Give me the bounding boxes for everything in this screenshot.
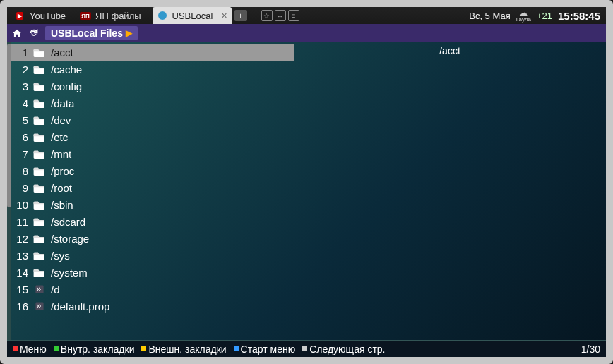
file-name: /d <box>51 284 294 296</box>
task-item-usblocal[interactable]: USBLocal × <box>153 7 232 24</box>
task-label: ЯП файлы <box>95 11 141 21</box>
row-number: 1 <box>11 47 32 59</box>
taskbar: ▶ YouTube ЯП ЯП файлы USBLocal × + ☆ ↔ ≡… <box>7 7 606 24</box>
row-number: 6 <box>11 131 32 143</box>
folder-icon <box>32 148 47 159</box>
legend-label: Меню <box>20 344 47 355</box>
row-number: 16 <box>11 301 32 313</box>
file-row[interactable]: 12/storage <box>11 230 294 247</box>
legend-label: Внутр. закладки <box>61 344 135 355</box>
file-name: /cache <box>51 63 294 75</box>
row-number: 2 <box>11 63 32 75</box>
date-label: Вс, 5 Мая <box>469 11 510 21</box>
svg-rect-1 <box>35 302 43 310</box>
file-name: /mnt <box>51 148 294 160</box>
folder-icon <box>32 80 47 92</box>
file-name: /default.prop <box>51 301 294 313</box>
file-row[interactable]: 11/sdcard <box>11 213 294 230</box>
task-item-yp[interactable]: ЯП ЯП файлы <box>73 7 148 24</box>
row-number: 5 <box>11 114 32 126</box>
file-row[interactable]: 16/default.prop <box>11 298 294 315</box>
list-icon[interactable]: ≡ <box>288 10 299 21</box>
weather-temp: +21 <box>537 11 552 21</box>
status-right: Вс, 5 Мая ☁ Гаула +21 15:58:45 <box>469 8 606 23</box>
chevron-right-icon: ▶ <box>126 28 132 38</box>
legend-dot <box>141 346 146 351</box>
refresh-icon[interactable] <box>28 28 40 39</box>
new-tab-button[interactable]: + <box>234 10 247 21</box>
file-row[interactable]: 8/proc <box>11 162 294 179</box>
usb-icon <box>157 10 168 21</box>
file-row[interactable]: 5/dev <box>11 111 294 128</box>
folder-icon <box>32 131 47 142</box>
breadcrumb[interactable]: USBLocal Files ▶ <box>45 26 138 40</box>
row-number: 12 <box>11 233 32 245</box>
row-number: 14 <box>11 267 32 279</box>
svg-rect-0 <box>35 285 43 293</box>
yp-icon: ЯП <box>80 10 91 21</box>
weather-widget: ☁ Гаула <box>516 8 531 23</box>
task-item-youtube[interactable]: ▶ YouTube <box>7 7 73 24</box>
folder-icon <box>32 267 47 278</box>
file-name: /system <box>51 267 294 279</box>
row-number: 7 <box>11 148 32 160</box>
folder-icon <box>32 182 47 193</box>
file-name: /sbin <box>51 199 294 211</box>
legend-dot <box>302 346 307 351</box>
legend-label: Старт меню <box>241 344 296 355</box>
file-row[interactable]: 9/root <box>11 179 294 196</box>
file-name: /acct <box>51 47 294 59</box>
file-name: /etc <box>51 131 294 143</box>
row-number: 11 <box>11 216 32 228</box>
legend-dot <box>13 346 18 351</box>
legend-item[interactable]: Следующая стр. <box>302 344 385 355</box>
file-list: 1/acct2/cache3/config4/data5/dev6/etc7/m… <box>11 42 294 340</box>
file-row[interactable]: 10/sbin <box>11 196 294 213</box>
file-row[interactable]: 6/etc <box>11 128 294 145</box>
file-row[interactable]: 15/d <box>11 281 294 298</box>
file-name: /config <box>51 80 294 92</box>
folder-icon <box>32 63 47 75</box>
star-icon[interactable]: ☆ <box>261 10 273 21</box>
scrollbar-thumb[interactable] <box>7 44 11 207</box>
file-name: /proc <box>51 165 294 177</box>
file-row[interactable]: 3/config <box>11 78 294 95</box>
file-name: /dev <box>51 114 294 126</box>
main-area: 1/acct2/cache3/config4/data5/dev6/etc7/m… <box>7 42 606 340</box>
navbar: USBLocal Files ▶ <box>7 24 606 42</box>
legend-label: Следующая стр. <box>309 344 385 355</box>
folder-icon <box>32 165 47 176</box>
legend-item[interactable]: Внутр. закладки <box>54 344 135 355</box>
file-row[interactable]: 1/acct <box>11 44 294 61</box>
home-icon[interactable] <box>11 28 23 39</box>
clock: 15:58:45 <box>558 10 600 22</box>
file-icon <box>32 284 47 295</box>
detail-pane: /acct <box>294 42 606 340</box>
legend-dot <box>54 346 59 351</box>
file-name: /storage <box>51 233 294 245</box>
row-number: 15 <box>11 284 32 296</box>
file-row[interactable]: 4/data <box>11 95 294 111</box>
folder-icon <box>32 97 47 109</box>
file-row[interactable]: 14/system <box>11 264 294 281</box>
task-label: USBLocal <box>172 11 213 21</box>
folder-icon <box>32 233 47 244</box>
row-number: 9 <box>11 182 32 194</box>
file-icon <box>32 301 47 312</box>
file-row[interactable]: 13/sys <box>11 247 294 264</box>
legend-item[interactable]: Внешн. закладки <box>141 344 226 355</box>
arrow-icon[interactable]: ↔ <box>275 10 286 21</box>
file-name: /sys <box>51 250 294 262</box>
row-number: 13 <box>11 250 32 262</box>
file-row[interactable]: 2/cache <box>11 61 294 78</box>
file-row[interactable]: 7/mnt <box>11 145 294 162</box>
folder-icon <box>32 216 47 227</box>
scrollbar[interactable] <box>7 42 11 340</box>
bottombar: МенюВнутр. закладкиВнешн. закладкиСтарт … <box>7 340 606 357</box>
sys-icons: ☆ ↔ ≡ <box>261 10 299 21</box>
close-icon[interactable]: × <box>221 10 227 21</box>
legend-item[interactable]: Старт меню <box>234 344 296 355</box>
folder-icon <box>32 199 47 210</box>
legend-item[interactable]: Меню <box>13 344 47 355</box>
folder-icon <box>32 47 47 58</box>
